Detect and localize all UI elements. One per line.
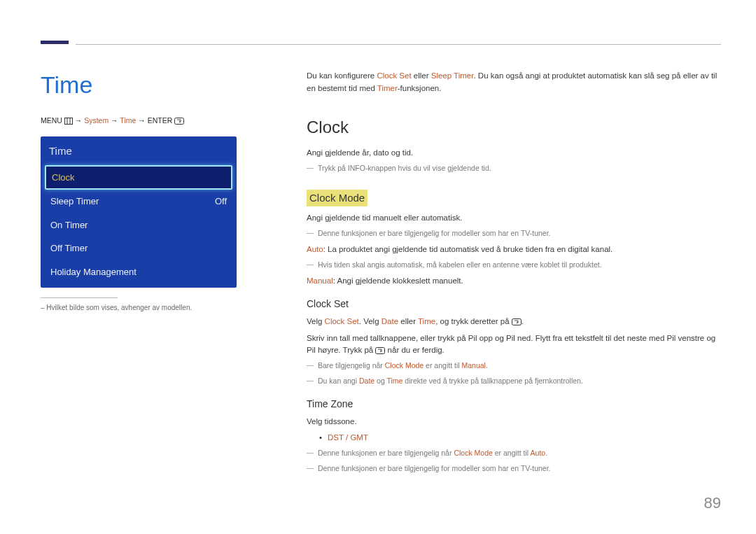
t: Clock Set: [325, 317, 359, 325]
t: Du kan angi: [318, 377, 359, 385]
menu-row-label: Sleep Timer: [50, 195, 99, 209]
clockmode-auto: Auto: La produktet angi gjeldende tid au…: [307, 244, 721, 255]
intro-text: Du kan konfigurere Clock Set eller Sleep…: [307, 70, 721, 95]
t: er angitt til: [493, 449, 531, 457]
panel-title: Time: [41, 136, 237, 165]
clockset-line1: Velg Clock Set. Velg Date eller Time, og…: [307, 316, 721, 328]
clock-note1: Trykk på INFO-knappen hvis du vil vise g…: [307, 163, 721, 174]
t: eller: [412, 71, 431, 80]
sep: →: [108, 116, 120, 125]
sep: →: [136, 116, 147, 125]
t: : Angi gjeldende klokkeslett manuelt.: [333, 276, 463, 285]
t: .: [522, 317, 524, 325]
menu-label: MENU: [41, 116, 62, 125]
menu-path: MENU → System → Time → ENTER: [41, 115, 279, 127]
section-marker: [41, 41, 69, 44]
clockset-note2: Du kan angi Date og Time direkte ved å t…: [307, 376, 721, 387]
t: . Velg: [359, 317, 382, 325]
right-column: Du kan konfigurere Clock Set eller Sleep…: [307, 70, 721, 479]
t: og: [374, 377, 386, 385]
t: Time: [386, 377, 402, 385]
t: Manual: [461, 361, 485, 370]
t: Date: [382, 317, 398, 325]
menu-row-off-timer[interactable]: Off Timer: [41, 237, 237, 260]
t: er angitt til: [424, 361, 461, 370]
menu-row-label: Off Timer: [50, 241, 88, 255]
timezone-p1: Velg tidssone.: [307, 416, 721, 428]
left-column: Time MENU → System → Time → ENTER Time C…: [41, 70, 279, 479]
t: Skriv inn tall med tallknappene, eller t…: [307, 334, 715, 354]
menu-row-label: Clock: [52, 171, 75, 185]
menu-grid-icon: [64, 115, 73, 127]
clockset-line2: Skriv inn tall med tallknappene, eller t…: [307, 332, 721, 357]
clockset-note1: Bare tilgjengelig når Clock Mode er angi…: [307, 360, 721, 372]
menu-row-holiday-management[interactable]: Holiday Management: [41, 260, 237, 284]
caption-rule: [41, 297, 118, 298]
tv-menu-panel: Time Clock Sleep Timer Off On Timer Off …: [41, 136, 237, 288]
panel-caption: – Hvilket bilde som vises, avhenger av m…: [41, 302, 279, 313]
menu-row-value: Off: [215, 195, 227, 209]
clock-p1: Angi gjeldende år, dato og tid.: [307, 147, 721, 159]
t: .: [545, 449, 547, 457]
timezone-note2: Denne funksjonen er bare tilgjengelig fo…: [307, 463, 721, 475]
t: Clock Mode: [454, 449, 492, 457]
t: eller: [398, 317, 418, 325]
t: Sleep Timer: [431, 71, 474, 80]
t: Manual: [307, 276, 333, 285]
clockmode-note2: Hvis tiden skal angis automatisk, må kab…: [307, 260, 721, 271]
enter-label: ENTER: [148, 116, 173, 125]
page-number: 89: [704, 491, 721, 514]
t: når du er ferdig.: [385, 346, 444, 354]
menu-row-label: Holiday Management: [50, 265, 136, 279]
t: direkte ved å trykke på tallknappene på …: [402, 377, 582, 385]
page-title: Time: [41, 67, 279, 103]
svg-rect-0: [64, 118, 72, 125]
clockmode-note1: Denne funksjonen er bare tilgjengelig fo…: [307, 228, 721, 239]
t: Timer: [377, 84, 398, 92]
t: Auto: [531, 449, 546, 457]
t: Clock Mode: [385, 361, 424, 370]
menu-row-label: On Timer: [50, 218, 88, 232]
t: -funksjonen.: [398, 84, 442, 92]
menu-row-on-timer[interactable]: On Timer: [41, 213, 237, 237]
timezone-note1: Denne funksjonen er bare tilgjengelig nå…: [307, 448, 721, 459]
heading-time-zone: Time Zone: [307, 397, 721, 412]
t: Date: [359, 377, 374, 385]
t: Velg: [307, 317, 325, 325]
enter-icon: [512, 317, 522, 325]
enter-icon: [375, 346, 385, 354]
path-time: Time: [120, 116, 136, 125]
t: Time: [418, 317, 435, 325]
t: DST / GMT: [328, 433, 368, 442]
menu-row-sleep-timer[interactable]: Sleep Timer Off: [41, 190, 237, 213]
t: Auto: [307, 245, 323, 253]
t: Du kan konfigurere: [307, 71, 377, 80]
t: Denne funksjonen er bare tilgjengelig nå…: [318, 449, 454, 457]
heading-clock-set: Clock Set: [307, 297, 721, 311]
enter-icon: [174, 115, 184, 127]
t: .: [486, 361, 488, 370]
path-system: System: [84, 116, 108, 125]
top-rule: [76, 44, 721, 45]
t: : La produktet angi gjeldende tid automa…: [323, 245, 613, 253]
timezone-bullet: DST / GMT: [307, 432, 721, 444]
t: , og trykk deretter på: [435, 317, 512, 325]
sep: →: [75, 116, 84, 125]
heading-clock-mode: Clock Mode: [307, 190, 368, 207]
t: Clock Set: [377, 71, 411, 80]
menu-row-clock[interactable]: Clock: [45, 165, 232, 190]
heading-clock: Clock: [307, 115, 721, 140]
clockmode-manual: Manual: Angi gjeldende klokkeslett manue…: [307, 275, 721, 287]
clockmode-p1: Angi gjeldende tid manuelt eller automat…: [307, 212, 721, 224]
t: Bare tilgjengelig når: [318, 361, 385, 370]
